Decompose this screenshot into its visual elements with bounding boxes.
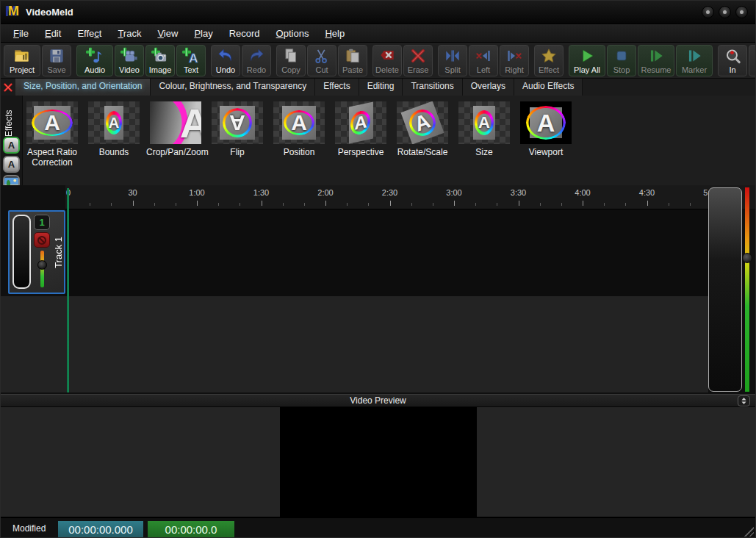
effect-size[interactable]: ASize <box>453 101 515 168</box>
add-image-icon <box>151 46 170 65</box>
ruler-label: 4:00 <box>575 188 590 197</box>
minimize-button[interactable] <box>702 6 714 18</box>
status-bar: Modified 00:00:00.000 00:00:00.0 <box>1 517 755 538</box>
audio-button[interactable]: Audio <box>76 45 113 76</box>
ruler-minor-tick <box>347 203 348 206</box>
effect-viewport[interactable]: AViewport <box>515 101 577 168</box>
menu-track[interactable]: Track <box>109 26 149 41</box>
master-level-knob[interactable] <box>742 253 752 263</box>
duration-display: 00:00:00.0 <box>148 521 234 538</box>
tab-overlays[interactable]: Overlays <box>463 79 514 96</box>
track-lane[interactable] <box>65 209 708 296</box>
menu-edit[interactable]: Edit <box>37 26 69 41</box>
marker-button[interactable]: Marker <box>676 45 713 76</box>
delete-button[interactable]: Delete <box>372 45 402 76</box>
track-number-badge[interactable]: 1 <box>34 215 50 230</box>
effect-rotate-scale[interactable]: ARotate/Scale <box>392 101 453 168</box>
save-icon <box>47 46 66 65</box>
text-sample-filter-selected[interactable]: A <box>3 137 20 154</box>
add-audio-icon <box>85 46 104 65</box>
mute-icon <box>36 234 48 246</box>
split-icon <box>443 46 462 65</box>
redo-button[interactable]: Redo <box>242 45 271 76</box>
ruler-minor-tick <box>497 203 497 206</box>
tab-size-position-and-orientation[interactable]: Size, Position, and Orientation <box>15 79 151 96</box>
timeline-ruler[interactable]: 0301:001:302:002:303:003:304:004:305:00 <box>65 185 755 209</box>
ruler-label: 2:30 <box>382 188 397 197</box>
menu-help[interactable]: Help <box>317 26 353 41</box>
close-effects-panel-button[interactable] <box>1 79 15 96</box>
save-button[interactable]: Save <box>42 45 71 76</box>
paste-button[interactable]: Paste <box>338 45 367 76</box>
toolbar-group-playback: Play AllStopResumeMarker <box>569 45 714 76</box>
close-button[interactable] <box>735 6 748 18</box>
track-volume-knob[interactable] <box>37 260 47 270</box>
tab-transitions[interactable]: Transitions <box>403 79 462 96</box>
tab-colour-brightness-and-transparency[interactable]: Colour, Brightness, and Transparency <box>151 79 315 96</box>
effect-label: Crop/Pan/Zoom <box>146 148 205 158</box>
ruler-tick <box>454 201 455 206</box>
menu-play[interactable]: Play <box>186 26 220 41</box>
resize-grip[interactable] <box>743 526 754 537</box>
effect-aspect-ratio-correction[interactable]: AAspect Ratio Correction <box>21 101 83 168</box>
project-button[interactable]: Project <box>4 45 40 76</box>
menu-view[interactable]: View <box>149 26 186 41</box>
effects-sidebar-label: Effects <box>4 97 14 137</box>
track-mute-button[interactable] <box>34 232 50 248</box>
tab-audio-effects[interactable]: Audio Effects <box>514 79 583 96</box>
right-button[interactable]: Right <box>500 45 529 76</box>
timeline-vertical-scrollbar[interactable] <box>708 187 742 392</box>
text-button[interactable]: AText <box>176 45 206 76</box>
effect-perspective[interactable]: APerspective <box>330 101 392 168</box>
ruler-minor-tick <box>368 203 369 206</box>
text-sample-filter[interactable]: A <box>3 156 20 173</box>
effect-crop-pan-zoom[interactable]: ACrop/Pan/Zoom <box>145 101 206 168</box>
effects-sidebar: Effects AA <box>1 96 23 185</box>
erase-button[interactable]: Erase <box>403 45 433 76</box>
effect-button[interactable]: Effect <box>534 45 564 76</box>
image-button[interactable]: Image <box>145 45 175 76</box>
effect-position[interactable]: APosition <box>268 101 330 168</box>
master-level-slider[interactable] <box>745 187 749 392</box>
undo-label: Undo <box>216 65 235 74</box>
track-pan-slider[interactable] <box>12 215 31 289</box>
maximize-button[interactable] <box>719 6 731 18</box>
marker-icon <box>685 46 704 65</box>
cut-button[interactable]: Cut <box>307 45 336 76</box>
stop-label: Stop <box>613 65 630 74</box>
image-sample-filter[interactable] <box>3 175 20 185</box>
tab-effects[interactable]: Effects <box>315 79 359 96</box>
play-all-button[interactable]: Play All <box>569 45 605 76</box>
menu-file[interactable]: File <box>5 26 37 41</box>
playhead[interactable] <box>67 188 69 392</box>
resume-button[interactable]: Resume <box>638 45 674 76</box>
split-button[interactable]: Split <box>438 45 467 76</box>
track-name: Track 1 <box>51 212 65 293</box>
menu-record[interactable]: Record <box>221 26 268 41</box>
text-label: Text <box>184 65 198 74</box>
toolbar-group-split: SplitLeftRight <box>438 45 530 76</box>
left-button[interactable]: Left <box>469 45 498 76</box>
ruler-label: 1:30 <box>253 188 269 197</box>
ruler-minor-tick <box>304 203 305 206</box>
in-button[interactable]: In <box>718 45 747 76</box>
ruler-minor-tick <box>475 203 476 206</box>
tab-editing[interactable]: Editing <box>359 79 403 96</box>
menu-effect[interactable]: Effect <box>69 26 109 41</box>
menu-options[interactable]: Options <box>268 26 317 41</box>
trim-right-icon <box>505 46 524 65</box>
stop-button[interactable]: Stop <box>607 45 636 76</box>
undo-button[interactable]: Undo <box>211 45 240 76</box>
effect-label: Viewport <box>516 148 575 158</box>
effect-bounds[interactable]: ABounds <box>83 101 145 168</box>
ruler-tick <box>647 201 648 206</box>
out-button[interactable]: Out <box>749 45 756 76</box>
videomeld-window: MM VideoMeld FileEditEffectTrackViewPlay… <box>0 0 756 538</box>
erase-label: Erase <box>408 65 429 74</box>
paste-icon <box>343 46 362 65</box>
video-button[interactable]: Video <box>115 45 144 76</box>
copy-button[interactable]: Copy <box>276 45 306 76</box>
effect-thumbnail-bounds: A <box>88 101 140 144</box>
preview-expand-button[interactable] <box>738 395 750 406</box>
effect-flip[interactable]: AFlip <box>206 101 268 168</box>
